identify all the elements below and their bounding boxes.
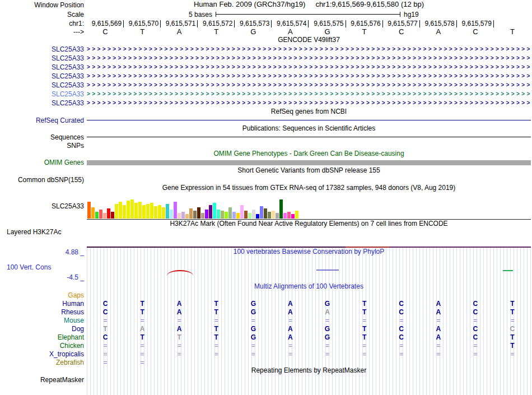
gtex-tissue-bar[interactable]: [178, 213, 181, 219]
refseq-curated-row[interactable]: RefSeq Curated: [0, 116, 532, 124]
multiz-species-row[interactable]: HumanCTATGAGTCACT: [0, 299, 532, 308]
transcript-track[interactable]: >>>>>>>>>>>>>>>>>>>>>>>>>>>>>>>>>>>>>>>>…: [87, 45, 531, 54]
omim-track-title[interactable]: OMIM Gene Phenotypes - Dark Green Can Be…: [87, 150, 531, 157]
gtex-tissue-bar[interactable]: [236, 213, 240, 219]
gtex-tissue-bar[interactable]: [158, 205, 161, 219]
gtex-tissue-bar[interactable]: [95, 212, 99, 219]
transcript-track[interactable]: >>>>>>>>>>>>>>>>>>>>>>>>>>>>>>>>>>>>>>>>…: [87, 63, 531, 72]
gtex-tissue-bar[interactable]: [205, 210, 208, 219]
refseq-curated-label[interactable]: RefSeq Curated: [0, 117, 87, 124]
dbsnp-track-title[interactable]: Short Genetic Variants from dbSNP releas…: [87, 166, 531, 174]
gtex-tissue-bar[interactable]: [134, 203, 138, 219]
gtex-tissue-bar[interactable]: [244, 211, 248, 219]
gtex-tissue-bar[interactable]: [228, 207, 232, 219]
species-label[interactable]: X_tropicalis: [0, 350, 87, 358]
gtex-tissue-bar[interactable]: [279, 199, 283, 219]
gtex-tissue-bar[interactable]: [209, 205, 212, 219]
gtex-tissue-bar[interactable]: [162, 207, 165, 219]
species-label[interactable]: Human: [0, 300, 87, 308]
gtex-tissue-bar[interactable]: [283, 213, 287, 219]
gtex-tissue-bar[interactable]: [170, 210, 173, 219]
species-label[interactable]: Chicken: [0, 342, 87, 350]
gtex-tissue-bar[interactable]: [150, 203, 153, 219]
refseq-curated-track[interactable]: [87, 116, 531, 124]
gtex-tissue-bar[interactable]: [197, 207, 200, 219]
transcript-track[interactable]: >>>>>>>>>>>>>>>>>>>>>>>>>>>>>>>>>>>>>>>>…: [87, 54, 531, 63]
sequences-track[interactable]: [87, 133, 531, 141]
gtex-tissue-bar[interactable]: [130, 199, 134, 219]
gtex-tissue-bar[interactable]: [99, 210, 102, 219]
gtex-tissue-bar[interactable]: [123, 205, 126, 219]
gtex-tissue-bar[interactable]: [166, 204, 169, 219]
gencode-transcript-row[interactable]: SLC25A33>>>>>>>>>>>>>>>>>>>>>>>>>>>>>>>>…: [0, 99, 532, 108]
layered-h3k27ac-label[interactable]: Layered H3K27Ac: [0, 228, 87, 236]
gene-label[interactable]: SLC25A33: [0, 81, 87, 89]
gencode-transcript-row[interactable]: SLC25A33>>>>>>>>>>>>>>>>>>>>>>>>>>>>>>>>…: [0, 54, 532, 63]
transcript-track[interactable]: >>>>>>>>>>>>>>>>>>>>>>>>>>>>>>>>>>>>>>>>…: [87, 90, 531, 99]
gtex-tissue-bar[interactable]: [291, 214, 295, 219]
transcript-track[interactable]: >>>>>>>>>>>>>>>>>>>>>>>>>>>>>>>>>>>>>>>>…: [87, 81, 531, 90]
gtex-tissue-bar[interactable]: [295, 211, 298, 219]
multiz-species-row[interactable]: Chicken===========T: [0, 341, 532, 350]
species-label[interactable]: Dog: [0, 325, 87, 333]
omim-genes-track[interactable]: [87, 159, 531, 166]
species-label[interactable]: Elephant: [0, 333, 87, 341]
phylop-chart-row[interactable]: 100 Vert. Cons -4.5 _: [0, 257, 532, 282]
gtex-tissue-bar[interactable]: [146, 204, 150, 219]
layered-h3k27ac-row[interactable]: Layered H3K27Ac: [0, 228, 532, 236]
gtex-tissue-bar[interactable]: [260, 206, 263, 219]
gtex-tissue-bar[interactable]: [213, 203, 216, 219]
gencode-track-title[interactable]: GENCODE V49lift37: [87, 36, 531, 44]
common-dbsnp-label[interactable]: Common dbSNP(155): [0, 176, 87, 184]
gencode-transcript-row[interactable]: SLC25A33>>>>>>>>>>>>>>>>>>>>>>>>>>>>>>>>…: [0, 90, 532, 99]
gtex-tissue-bar[interactable]: [107, 208, 110, 219]
h3k27ac-signal-row[interactable]: [0, 236, 532, 248]
gtex-tissue-bar[interactable]: [127, 201, 130, 219]
h3k27ac-signal-track[interactable]: [87, 236, 531, 248]
gtex-tissue-bar[interactable]: [185, 214, 189, 219]
multiz-species-row[interactable]: Mouse============: [0, 316, 532, 324]
repeatmasker-track-title[interactable]: Repeating Elements by RepeatMasker: [87, 366, 531, 374]
h3k27ac-track-title[interactable]: H3K27Ac Mark (Often Found Near Active Re…: [87, 220, 531, 227]
multiz-species-row[interactable]: Zebrafish==: [0, 358, 532, 366]
multiz-species-row[interactable]: DogTAATGAGTCACC: [0, 324, 532, 333]
phylop-track-title[interactable]: 100 vertebrates Basewise Conservation by…: [87, 248, 531, 255]
publications-track-title[interactable]: Publications: Sequences in Scientific Ar…: [87, 124, 531, 132]
repeatmasker-row[interactable]: RepeatMasker: [0, 375, 532, 384]
gtex-tissue-bar[interactable]: [221, 211, 224, 219]
gtex-tissue-bar[interactable]: [240, 205, 244, 219]
gene-label[interactable]: SLC25A33: [0, 90, 87, 98]
gene-label[interactable]: SLC25A33: [0, 54, 87, 62]
gtex-tissue-bar[interactable]: [201, 213, 204, 219]
gtex-track-title[interactable]: Gene Expression in 54 tissues from GTEx …: [87, 184, 531, 192]
omim-genes-row[interactable]: OMIM Genes: [0, 159, 532, 166]
multiz-species-row[interactable]: ElephantCTTTGAGTCACT: [0, 333, 532, 341]
gtex-tissue-bar[interactable]: [193, 211, 197, 219]
gene-label[interactable]: SLC25A33: [0, 63, 87, 71]
gtex-tissue-bar[interactable]: [138, 202, 142, 219]
gtex-tissue-bar[interactable]: [142, 205, 146, 219]
multiz-track-title[interactable]: Multiz Alignments of 100 Vertebrates: [87, 282, 531, 290]
gtex-tissue-bar[interactable]: [174, 202, 177, 219]
refseq-track-title[interactable]: RefSeq genes from NCBI: [87, 108, 531, 115]
gtex-tissue-bar[interactable]: [268, 212, 271, 219]
gtex-tissue-bar[interactable]: [287, 212, 291, 219]
gtex-tissue-bar[interactable]: [111, 212, 114, 219]
gtex-tissue-bar[interactable]: [154, 206, 157, 219]
gtex-tissue-bar[interactable]: [115, 204, 118, 219]
repeatmasker-label[interactable]: RepeatMasker: [0, 376, 87, 384]
transcript-track[interactable]: >>>>>>>>>>>>>>>>>>>>>>>>>>>>>>>>>>>>>>>>…: [87, 99, 531, 108]
gtex-expression-chart[interactable]: [87, 193, 531, 220]
gtex-tissue-bar[interactable]: [189, 208, 193, 219]
gtex-chart-row[interactable]: SLC25A33: [0, 193, 532, 220]
snps-label[interactable]: SNPs: [0, 142, 87, 150]
transcript-track[interactable]: >>>>>>>>>>>>>>>>>>>>>>>>>>>>>>>>>>>>>>>>…: [87, 72, 531, 81]
species-label[interactable]: Zebrafish: [0, 359, 87, 366]
species-label[interactable]: Rhesus: [0, 308, 87, 316]
gtex-gene-label[interactable]: SLC25A33: [0, 202, 87, 210]
gencode-transcript-row[interactable]: SLC25A33>>>>>>>>>>>>>>>>>>>>>>>>>>>>>>>>…: [0, 63, 532, 72]
gencode-transcript-row[interactable]: SLC25A33>>>>>>>>>>>>>>>>>>>>>>>>>>>>>>>>…: [0, 81, 532, 90]
gtex-bar-chart[interactable]: [87, 199, 298, 219]
gtex-tissue-bar[interactable]: [87, 202, 91, 219]
gtex-tissue-bar[interactable]: [225, 212, 228, 219]
